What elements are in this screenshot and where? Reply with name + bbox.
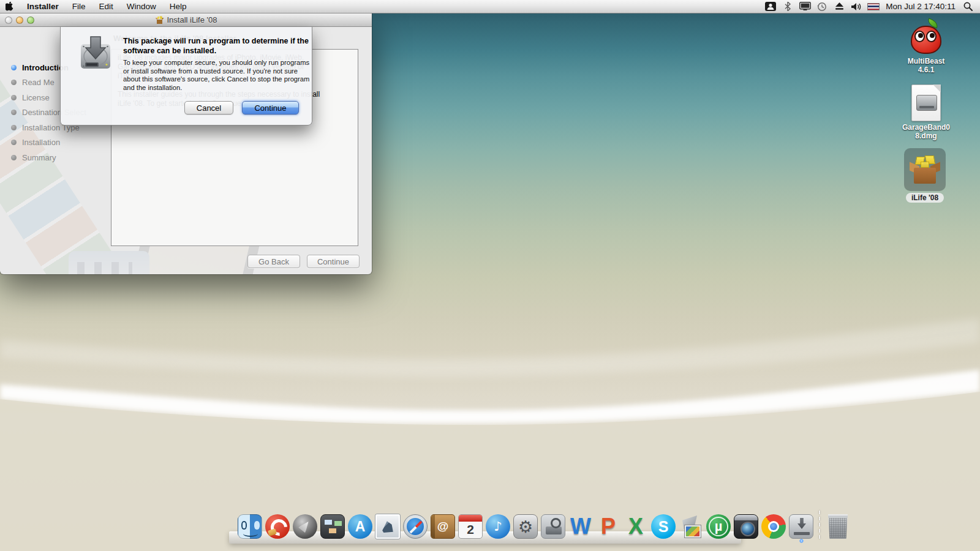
continue-button[interactable]: Continue (242, 101, 299, 114)
contacts-icon: @ (431, 515, 454, 538)
step-bullet (11, 65, 17, 70)
dock-separator (819, 511, 820, 539)
dock-item-word[interactable]: W (568, 514, 593, 539)
install-drive-icon (78, 36, 113, 75)
minimize-button[interactable] (16, 17, 23, 24)
volume-icon[interactable] (850, 1, 862, 12)
dock-item-contacts[interactable]: @ (431, 514, 455, 539)
powerpoint-icon: P (596, 514, 620, 539)
cancel-button[interactable]: Cancel (184, 101, 233, 114)
dock-item-safari[interactable] (403, 514, 428, 539)
desktop: Installer File Edit Window Help (0, 0, 980, 551)
dock-item-system-preferences[interactable]: ⚙ (513, 514, 538, 539)
dock-item-finder[interactable] (238, 514, 262, 539)
dock-item-app-store[interactable]: A (348, 514, 372, 539)
word-icon: W (568, 514, 593, 539)
menu-file[interactable]: File (66, 0, 92, 13)
step-bullet (11, 80, 17, 85)
desktop-icon-multibeast[interactable]: MultiBeast 4.6.1 (899, 20, 953, 74)
user-switching-icon[interactable] (764, 1, 777, 12)
skype-icon: S (651, 514, 676, 539)
security-sheet-dialog: This package will run a program to deter… (60, 27, 312, 126)
menu-window[interactable]: Window (120, 0, 163, 13)
window-titlebar[interactable]: Install iLife '08 (0, 13, 372, 27)
dock: A @ 2 ♪ ⚙ W P X S µ (238, 511, 733, 541)
zoom-button[interactable] (27, 17, 34, 24)
icon-label-selected: iLife '08 (906, 193, 944, 203)
window-title: Install iLife '08 (167, 15, 217, 24)
selection-highlight (904, 148, 946, 191)
dock-item-itunes[interactable]: ♪ (486, 514, 510, 539)
running-indicator (799, 539, 804, 543)
package-icon (155, 16, 164, 24)
utorrent-icon: µ (706, 514, 731, 539)
step-bullet (11, 95, 17, 100)
apple-icon (6, 2, 13, 11)
display-icon[interactable] (799, 1, 811, 12)
step-summary: Summary (11, 150, 86, 165)
go-back-button[interactable]: Go Back (247, 255, 300, 268)
menu-installer[interactable]: Installer (18, 0, 66, 13)
menu-bar-clock[interactable]: Mon Jul 2 17:40:11 (884, 2, 957, 11)
dock-item-ccleaner[interactable] (265, 514, 290, 539)
close-button[interactable] (5, 17, 12, 24)
dock-item-trash[interactable] (826, 514, 850, 539)
multibeast-icon (909, 20, 943, 55)
desktop-icon-ilife-08[interactable]: iLife '08 (898, 148, 952, 203)
dmg-file-icon (911, 84, 941, 121)
dock-item-utorrent[interactable]: µ (706, 514, 731, 539)
dock-item-excel[interactable]: X (624, 514, 648, 539)
dock-item-mail[interactable] (375, 514, 400, 539)
installer-window: Install iLife '08 Introduction Read Me L… (0, 13, 372, 274)
excel-icon: X (624, 514, 648, 539)
bluetooth-icon[interactable] (782, 1, 794, 12)
eject-icon[interactable] (833, 1, 845, 12)
icon-label: GarageBand0 8.dmg (902, 123, 950, 140)
dock-item-powerpoint[interactable]: P (596, 514, 620, 539)
installer-package-icon (910, 156, 940, 184)
dock-item-skype[interactable]: S (651, 514, 676, 539)
itunes-icon: ♪ (486, 514, 510, 539)
dock-item-installer[interactable] (789, 514, 813, 539)
desktop-icon-garageband-dmg[interactable]: GarageBand0 8.dmg (899, 84, 953, 140)
window-title-area: Install iLife '08 (155, 15, 217, 24)
dock-item-chrome[interactable] (761, 514, 786, 539)
spotlight-icon[interactable] (962, 1, 974, 12)
icon-label: MultiBeast 4.6.1 (908, 57, 945, 74)
step-installation: Installation (11, 135, 86, 151)
dock-item-ical[interactable]: 2 (458, 514, 483, 539)
step-bullet (11, 125, 17, 130)
gear-icon: ⚙ (514, 515, 537, 538)
dock-item-disk-utility[interactable] (541, 514, 565, 539)
step-bullet (11, 110, 17, 115)
ical-icon: 2 (459, 515, 482, 538)
dock-item-remote-desktop[interactable] (679, 514, 703, 539)
dock-item-mission-control[interactable] (320, 514, 345, 539)
menu-edit[interactable]: Edit (92, 0, 120, 13)
menu-bar: Installer File Edit Window Help (0, 0, 980, 13)
window-continue-button[interactable]: Continue (307, 255, 360, 268)
time-machine-icon[interactable] (816, 1, 828, 12)
dock-item-camera[interactable] (734, 514, 758, 539)
app-store-icon: A (348, 514, 372, 539)
sheet-title: This package will run a program to deter… (123, 36, 314, 56)
menu-help[interactable]: Help (163, 0, 194, 13)
dock-item-launchpad[interactable] (293, 514, 317, 539)
step-bullet (11, 140, 17, 145)
thai-flag-icon[interactable] (867, 3, 880, 10)
step-bullet (11, 155, 17, 160)
apple-menu[interactable] (0, 2, 18, 11)
sheet-body-text: To keep your computer secure, you should… (123, 59, 317, 92)
